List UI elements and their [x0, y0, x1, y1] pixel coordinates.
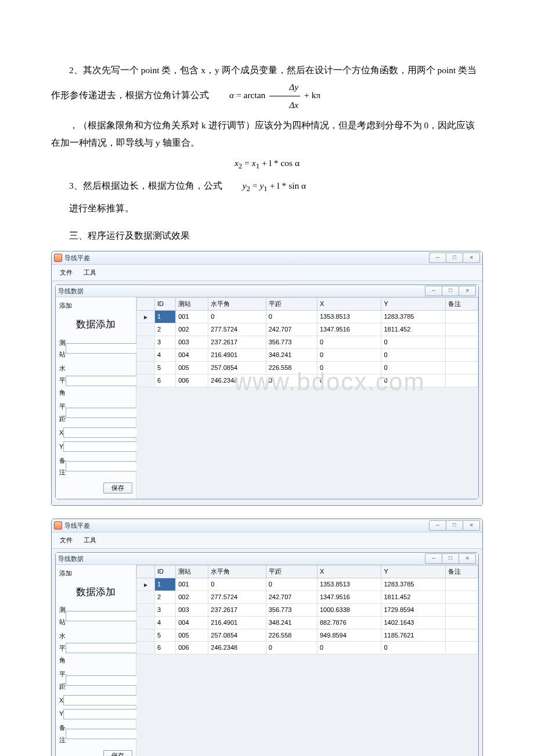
col-header[interactable]: 水平角: [208, 566, 266, 578]
side-big-title: 数据添加: [59, 583, 132, 602]
col-header[interactable]: 平距: [266, 298, 317, 311]
side-add-label: 添加: [59, 300, 132, 312]
paragraph-3: 3、然后根据边长，根据方位角，公式 y2 = y1 + l * sin α: [51, 177, 483, 196]
table-row[interactable]: 2002277.5724242.7071347.95161811.452: [137, 591, 478, 603]
table-row[interactable]: 3003237.2617356.77300: [137, 336, 478, 349]
child-title: 导线数据: [58, 285, 425, 297]
minimize-button[interactable]: [429, 253, 446, 263]
main-window-1: 导线平差 文件 工具 导线数据: [51, 251, 483, 506]
table-row[interactable]: 4004216.4901348.241882.78761402.1643: [137, 616, 478, 629]
app-icon: [54, 521, 62, 530]
side-panel: 添加 数据添加 测站 水平角 平距 X Y 备注 保存: [56, 565, 136, 756]
table-row[interactable]: 1001001353.85131283.3785: [137, 578, 478, 591]
lbl-hang: 水平角: [59, 362, 66, 399]
lbl-y: Y: [59, 441, 63, 453]
lbl-x: X: [59, 427, 63, 439]
child-window-1: 导线数据 添加 数据添加 测站 水平角 平距 X Y: [55, 285, 479, 499]
lbl-note: 备注: [59, 722, 66, 746]
lbl-x: X: [59, 694, 63, 707]
grid-2[interactable]: ID测站水平角平距XY备注1001001353.85131283.3785200…: [136, 565, 478, 756]
paragraph-2b: ，（根据象限角和方位角关系对 k 进行调节）应该分为四种情况，但是考虑到分母不为…: [51, 117, 483, 151]
child-titlebar[interactable]: 导线数据: [56, 553, 478, 565]
paragraph-2: 2、其次先写一个 point 类，包含 x，y 两个成员变量，然后在设计一个方位…: [51, 62, 483, 113]
child-window-2: 导线数据 添加 数据添加 测站 水平角 平距 X Y: [55, 552, 479, 756]
menubar: 文件 工具: [52, 532, 482, 549]
lbl-station: 测站: [59, 604, 66, 628]
table-row[interactable]: 6006246.2348000: [137, 642, 478, 654]
child-title: 导线数据: [58, 553, 425, 565]
col-header[interactable]: 测站: [176, 298, 208, 311]
save-button[interactable]: 保存: [103, 750, 132, 756]
col-header[interactable]: 备注: [445, 298, 478, 311]
window-title: 导线平差: [64, 252, 430, 264]
menu-file[interactable]: 文件: [55, 534, 77, 547]
child-min-button[interactable]: [425, 286, 442, 296]
child-max-button[interactable]: [442, 553, 459, 564]
minimize-button[interactable]: [429, 520, 446, 531]
grid-1[interactable]: www.bdocx.com ID测站水平角平距XY备注1001001353.85…: [136, 297, 478, 499]
maximize-button[interactable]: [446, 520, 463, 531]
lbl-y: Y: [59, 708, 63, 720]
formula-x2: x2 = x1 + l * cos α: [51, 154, 483, 174]
col-header[interactable]: X: [317, 566, 381, 578]
heading-3: 三、程序运行及数据测试效果: [51, 227, 483, 244]
paragraph-4: 进行坐标推算。: [51, 200, 483, 217]
lbl-note: 备注: [59, 455, 66, 479]
menu-tool[interactable]: 工具: [79, 266, 101, 279]
menu-tool[interactable]: 工具: [79, 534, 101, 547]
maximize-button[interactable]: [446, 253, 463, 263]
lbl-station: 测站: [59, 337, 66, 361]
child-close-button[interactable]: [459, 286, 476, 296]
child-close-button[interactable]: [459, 553, 476, 564]
col-header[interactable]: 平距: [266, 566, 317, 578]
main-window-2: 导线平差 文件 工具 导线数据: [51, 519, 483, 756]
side-big-title: 数据添加: [59, 315, 132, 334]
table-row[interactable]: 3003237.2617356.7731000.63381729.8594: [137, 603, 478, 616]
table-row[interactable]: 6006246.2348000: [137, 374, 478, 387]
table-row[interactable]: 1001001353.85131283.3785: [137, 311, 478, 323]
text: 3、然后根据边长，根据方位角，公式: [69, 181, 222, 190]
child-titlebar[interactable]: 导线数据: [56, 285, 478, 297]
child-min-button[interactable]: [425, 553, 442, 564]
table-row[interactable]: 2002277.5724242.7071347.95161811.452: [137, 323, 478, 336]
lbl-hang: 水平角: [59, 630, 66, 667]
menubar: 文件 工具: [52, 265, 482, 281]
titlebar[interactable]: 导线平差: [52, 251, 482, 265]
col-header[interactable]: ID: [155, 298, 176, 311]
save-button[interactable]: 保存: [103, 483, 132, 494]
col-header[interactable]: 水平角: [208, 298, 266, 311]
side-panel: 添加 数据添加 测站 水平角 平距 X Y 备注 保存: [56, 297, 136, 499]
table-row[interactable]: 5005257.0854226.558949.85941185.7621: [137, 629, 478, 642]
menu-file[interactable]: 文件: [55, 266, 77, 279]
close-button[interactable]: [463, 520, 480, 531]
col-header[interactable]: 测站: [176, 566, 208, 578]
titlebar[interactable]: 导线平差: [52, 519, 482, 532]
lbl-dist: 平距: [59, 401, 66, 425]
col-header[interactable]: 备注: [445, 566, 478, 578]
col-header[interactable]: X: [317, 298, 381, 311]
table-row[interactable]: 4004216.4901348.24100: [137, 348, 478, 361]
lbl-dist: 平距: [59, 668, 66, 693]
formula-y2: y2 = y1 + l * sin α: [225, 177, 306, 196]
close-button[interactable]: [463, 253, 480, 263]
child-max-button[interactable]: [442, 286, 459, 296]
col-header[interactable]: ID: [155, 566, 176, 578]
formula-azimuth: α = arctan ΔyΔx + kπ: [211, 78, 320, 113]
col-header[interactable]: Y: [381, 298, 445, 311]
app-icon: [54, 254, 62, 262]
table-row[interactable]: 5005257.0854226.55800: [137, 361, 478, 374]
col-header[interactable]: Y: [381, 566, 445, 578]
window-title: 导线平差: [64, 520, 430, 532]
side-add-label: 添加: [59, 567, 132, 579]
